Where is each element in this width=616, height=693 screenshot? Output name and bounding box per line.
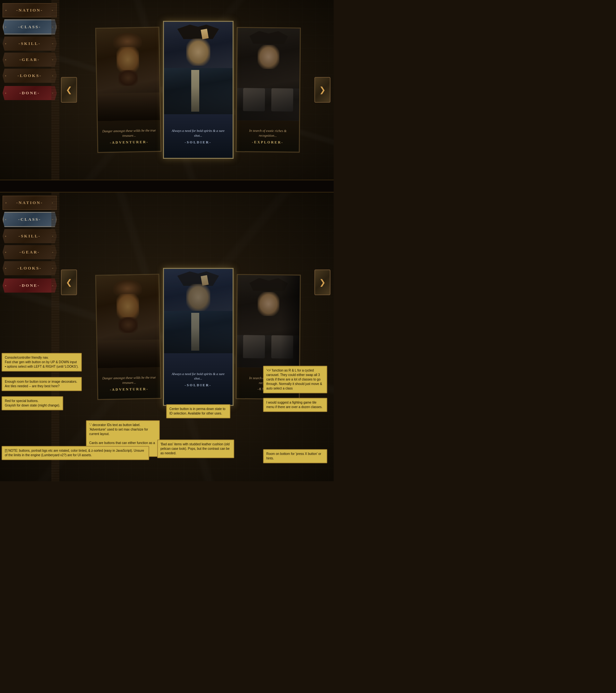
sidebar-skill-label: -SKILL- — [19, 41, 41, 46]
arrow-right-bottom-button[interactable]: ❯ — [314, 270, 331, 295]
portrait-overlay-soldier-b — [164, 269, 233, 353]
sidebar-nation-label: -NATION- — [16, 8, 43, 13]
sidebar-bottom-class[interactable]: -CLASS- — [3, 212, 57, 227]
sidebar-done-label: -DONE- — [19, 91, 40, 96]
card-soldier[interactable]: Always a need for bold spirits & a sure … — [163, 21, 234, 159]
arrow-left-button[interactable]: ❮ — [61, 77, 77, 103]
tooltip-items-text: 'Bad ass' items with studded leather cus… — [160, 442, 230, 455]
card-adventurer-bottom[interactable]: Danger amongst these wilds be the true t… — [95, 274, 161, 400]
sidebar-bottom-texture — [51, 193, 59, 481]
screen-bottom: -NATION- -CLASS- -SKILL- -GEAR- -LOOKS- … — [0, 193, 334, 481]
sidebar-bottom-nation[interactable]: -NATION- — [3, 196, 57, 210]
portrait-overlay-soldier — [164, 22, 233, 114]
tooltip-fighting-game-text: I would suggest a fighting game tile men… — [266, 401, 322, 409]
adventurer-portrait-bottom — [96, 275, 160, 368]
tooltip-red-buttons-text: Red for special buttons.Grayish for down… — [5, 399, 60, 407]
adventurer-card-text: Danger amongst these wilds be the true t… — [98, 120, 160, 152]
soldier-card-text: Always a need for bold spirits & a sure … — [164, 114, 233, 158]
explorer-portrait — [237, 28, 300, 121]
soldier-quote-bottom: Always a need for bold spirits & a sure … — [168, 372, 229, 381]
arrow-left-bottom-button[interactable]: ❮ — [61, 270, 77, 295]
sidebar-item-skill[interactable]: -SKILL- — [3, 37, 57, 51]
explorer-portrait-bottom — [237, 275, 300, 368]
portrait-overlay-explorer — [237, 28, 300, 121]
sidebar-item-class[interactable]: -CLASS- — [3, 19, 57, 35]
sidebar-bottom: -NATION- -CLASS- -SKILL- -GEAR- -LOOKS- … — [0, 193, 59, 481]
tooltip-center-button: Center button is in perma down state to … — [166, 404, 230, 418]
chevron-left-icon: ❮ — [66, 85, 72, 94]
cards-area: Danger amongst these wilds be the true t… — [59, 0, 334, 180]
sidebar-b-class-label: -CLASS- — [18, 217, 41, 222]
sidebar-item-gear[interactable]: -GEAR- — [3, 53, 57, 67]
tooltip-console-nav: Console/controller friendly nav.Fast cha… — [2, 353, 82, 372]
sidebar-bottom-gear[interactable]: -GEAR- — [3, 245, 57, 259]
tooltip-center-button-text: Center button is in perma down state to … — [170, 407, 225, 415]
tooltip-room-bottom-text: Room on bottom for 'press X button' or h… — [266, 452, 321, 460]
sidebar-class-label: -CLASS- — [18, 24, 41, 29]
tooltip-note-js: [!] NOTE: buttons, portrait bgs etc are … — [2, 446, 149, 460]
tooltip-room-decorators-text: Enough room for button icons or image de… — [5, 380, 77, 388]
tooltip-console-nav-text: Console/controller friendly nav.Fast cha… — [5, 356, 79, 368]
sidebar-looks-label: -LOOKS- — [18, 73, 42, 78]
sidebar-texture — [51, 0, 59, 180]
soldier-name: -SOLDIER- — [185, 140, 212, 144]
tooltip-items: 'Bad ass' items with studded leather cus… — [157, 439, 234, 458]
chevron-right-icon: ❯ — [319, 85, 326, 94]
sidebar-item-done[interactable]: -DONE- — [3, 86, 57, 100]
card-adventurer[interactable]: Danger amongst these wilds be the true t… — [95, 27, 161, 153]
portrait-overlay-adventurer — [96, 27, 160, 121]
adventurer-name-bottom: -ADVENTURER- — [110, 387, 148, 391]
adventurer-card-text-bottom: Danger amongst these wilds be the true t… — [98, 367, 160, 399]
tooltip-fighting-game: I would suggest a fighting game tile men… — [263, 398, 327, 412]
chevron-left-bottom-icon: ❮ — [66, 278, 72, 287]
soldier-quote: Always a need for bold spirits & a sure … — [168, 128, 229, 138]
adventurer-quote: Danger amongst these wilds be the true t… — [102, 128, 156, 139]
screen-divider — [0, 180, 334, 193]
chevron-right-bottom-icon: ❯ — [319, 278, 326, 287]
screen-top: -NATION- -CLASS- -SKILL- -GEAR- -LOOKS- … — [0, 0, 334, 180]
sidebar-item-looks[interactable]: -LOOKS- — [3, 69, 57, 83]
adventurer-portrait — [96, 27, 160, 121]
explorer-name: -EXPLORER- — [252, 140, 284, 144]
tooltip-carousel-text: '<>' function as R & L for a cycled caro… — [266, 369, 322, 390]
soldier-portrait-bottom — [164, 269, 233, 353]
adventurer-quote-bottom: Danger amongst these wilds be the true t… — [102, 375, 156, 385]
sidebar-top: -NATION- -CLASS- -SKILL- -GEAR- -LOOKS- … — [0, 0, 59, 180]
character-cards-container: Danger amongst these wilds be the true t… — [59, 0, 334, 180]
sidebar-item-nation[interactable]: -NATION- — [3, 3, 57, 17]
tooltip-room-bottom: Room on bottom for 'press X button' or h… — [263, 449, 327, 463]
soldier-name-bottom: -SOLDIER- — [185, 383, 212, 387]
sidebar-b-nation-label: -NATION- — [16, 200, 43, 205]
portrait-overlay-explorer-b — [237, 275, 300, 368]
tooltip-red-buttons: Red for special buttons.Grayish for down… — [2, 396, 63, 410]
card-explorer[interactable]: In search of exotic riches & recognition… — [236, 27, 301, 153]
sidebar-b-looks-label: -LOOKS- — [18, 266, 42, 271]
sidebar-gear-label: -GEAR- — [19, 57, 40, 62]
arrow-right-button[interactable]: ❯ — [314, 77, 331, 103]
explorer-quote: In search of exotic riches & recognition… — [240, 128, 295, 139]
adventurer-name: -ADVENTURER- — [110, 140, 148, 144]
sidebar-b-gear-label: -GEAR- — [19, 250, 40, 255]
card-soldier-bottom[interactable]: Always a need for bold spirits & a sure … — [163, 268, 234, 406]
tooltip-carousel: '<>' function as R & L for a cycled caro… — [263, 366, 327, 393]
explorer-card-text: In search of exotic riches & recognition… — [236, 120, 299, 152]
tooltip-note-js-text: [!] NOTE: buttons, portrait bgs etc are … — [5, 449, 144, 457]
sidebar-bottom-skill[interactable]: -SKILL- — [3, 229, 57, 243]
sidebar-bottom-done[interactable]: -DONE- — [3, 278, 57, 293]
portrait-overlay-adventurer-b — [96, 275, 160, 368]
soldier-portrait — [164, 22, 233, 114]
sidebar-b-skill-label: -SKILL- — [19, 234, 41, 239]
tooltip-room-decorators: Enough room for button icons or image de… — [2, 377, 82, 391]
sidebar-b-done-label: -DONE- — [19, 283, 40, 288]
sidebar-bottom-looks[interactable]: -LOOKS- — [3, 261, 57, 275]
soldier-card-text-bottom: Always a need for bold spirits & a sure … — [164, 353, 233, 405]
